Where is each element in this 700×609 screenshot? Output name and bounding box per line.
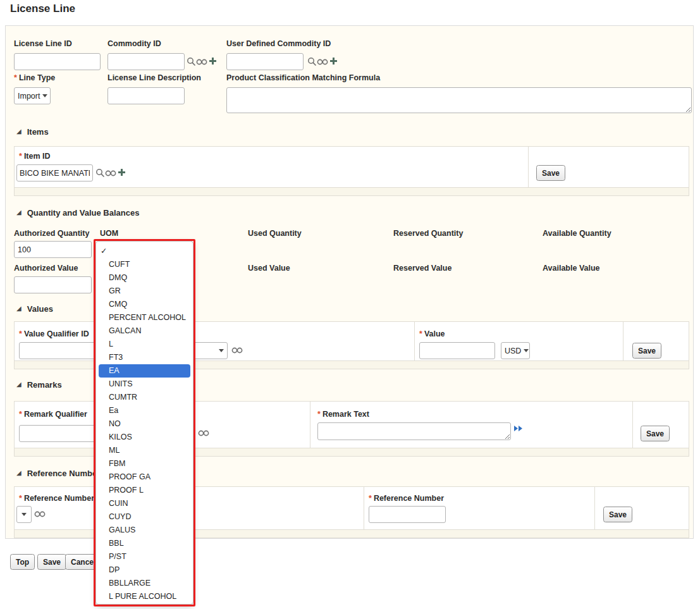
remarks-table-divider bbox=[310, 402, 310, 448]
add-icon[interactable] bbox=[118, 168, 126, 176]
required-icon: * bbox=[317, 410, 321, 419]
authorized-value-label: Authorized Value bbox=[14, 264, 78, 273]
required-icon: * bbox=[19, 410, 22, 419]
reference-number-label: *Reference Number bbox=[369, 494, 444, 503]
remarks-table-divider bbox=[632, 402, 633, 448]
uom-option[interactable]: L PURE ALCOHOL bbox=[96, 590, 193, 603]
value-qualifier-id-label: *Value Qualifier ID bbox=[19, 329, 89, 338]
uom-option[interactable]: GALUS bbox=[96, 524, 193, 537]
used-quantity-label: Used Quantity bbox=[248, 229, 302, 238]
chevron-down-icon bbox=[524, 349, 529, 352]
uom-option[interactable]: BBLLARGE bbox=[96, 577, 193, 590]
binoculars-icon[interactable] bbox=[231, 347, 243, 354]
disclosure-triangle-icon: ◢ bbox=[16, 128, 21, 135]
required-icon: * bbox=[19, 152, 22, 161]
reference-save-button[interactable]: Save bbox=[603, 507, 632, 522]
required-icon: * bbox=[19, 494, 22, 503]
product-classification-formula-textarea[interactable] bbox=[226, 87, 692, 113]
double-arrow-icon[interactable] bbox=[513, 424, 523, 433]
chevron-down-icon bbox=[219, 349, 224, 352]
binoculars-icon[interactable] bbox=[317, 58, 328, 66]
uom-option[interactable]: CUMTR bbox=[96, 391, 193, 404]
uom-option[interactable]: UNITS bbox=[96, 378, 193, 391]
line-type-select[interactable]: Import bbox=[14, 87, 51, 104]
add-icon[interactable] bbox=[209, 57, 217, 65]
uom-option[interactable]: DMQ bbox=[96, 271, 193, 285]
uom-option[interactable]: PROOF L bbox=[96, 484, 193, 497]
top-button[interactable]: Top bbox=[10, 554, 35, 570]
uom-option[interactable]: P/ST bbox=[96, 550, 193, 563]
balances-section-header[interactable]: ◢Quantity and Value Balances bbox=[16, 208, 139, 218]
commodity-id-label: Commodity ID bbox=[107, 39, 161, 48]
line-type-label: *Line Type bbox=[14, 73, 55, 82]
item-id-label: *Item ID bbox=[19, 152, 51, 161]
page-title: License Line bbox=[10, 3, 75, 15]
reference-table-divider bbox=[364, 487, 364, 529]
uom-option[interactable]: KILOS bbox=[96, 431, 193, 444]
available-value-label: Available Value bbox=[543, 264, 600, 273]
values-save-button[interactable]: Save bbox=[632, 343, 661, 359]
uom-option[interactable]: FBM bbox=[96, 457, 193, 471]
license-line-screen: License Line License Line ID Commodity I… bbox=[0, 0, 700, 609]
search-icon[interactable] bbox=[307, 57, 316, 66]
values-section-header[interactable]: ◢Values bbox=[16, 304, 53, 314]
license-line-description-input[interactable] bbox=[107, 87, 185, 104]
add-icon[interactable] bbox=[329, 57, 338, 65]
uom-option[interactable]: GALCAN bbox=[96, 324, 193, 338]
reference-number-qualifier-select[interactable] bbox=[16, 506, 32, 523]
items-save-button[interactable]: Save bbox=[536, 165, 565, 181]
uom-option[interactable]: FT3 bbox=[96, 351, 193, 364]
search-icon[interactable] bbox=[95, 168, 104, 177]
save-button[interactable]: Save bbox=[37, 554, 66, 570]
binoculars-icon[interactable] bbox=[105, 169, 116, 177]
chevron-down-icon bbox=[21, 513, 27, 516]
uom-option[interactable]: DP bbox=[96, 563, 193, 577]
disclosure-triangle-icon: ◢ bbox=[16, 305, 21, 312]
values-table-divider bbox=[414, 322, 415, 360]
uom-option[interactable]: PROOF GA bbox=[96, 471, 193, 484]
uom-option[interactable]: CUIN bbox=[96, 497, 193, 510]
value-input[interactable] bbox=[419, 342, 495, 359]
used-value-label: Used Value bbox=[248, 264, 290, 273]
uom-option[interactable]: ML bbox=[96, 444, 193, 457]
uom-option[interactable]: CUYD bbox=[96, 510, 193, 524]
user-defined-commodity-id-label: User Defined Commodity ID bbox=[226, 39, 331, 48]
uom-option[interactable]: L bbox=[96, 338, 193, 351]
search-icon[interactable] bbox=[187, 57, 195, 66]
remarks-section-header[interactable]: ◢Remarks bbox=[16, 380, 62, 390]
items-section-header[interactable]: ◢Items bbox=[16, 127, 49, 137]
remarks-save-button[interactable]: Save bbox=[641, 426, 670, 441]
uom-option[interactable]: EA bbox=[99, 364, 190, 378]
uom-label: UOM bbox=[100, 229, 118, 238]
uom-option[interactable]: BBL bbox=[96, 537, 193, 550]
reserved-value-label: Reserved Value bbox=[393, 264, 451, 273]
uom-dropdown-list: ✓ CUFT DMQ GR CMQ PERCENT ALCOHOL GALCAN… bbox=[95, 241, 193, 605]
product-classification-formula-label: Product Classification Matching Formula bbox=[226, 73, 380, 82]
binoculars-icon[interactable] bbox=[34, 510, 46, 518]
reserved-quantity-label: Reserved Quantity bbox=[393, 229, 463, 238]
uom-option[interactable]: CMQ bbox=[96, 298, 193, 311]
uom-option[interactable]: NO bbox=[96, 417, 193, 431]
currency-select[interactable]: USD bbox=[501, 342, 530, 359]
binoculars-icon[interactable] bbox=[196, 58, 207, 66]
remark-text-label: *Remark Text bbox=[317, 410, 369, 419]
required-icon: * bbox=[19, 329, 22, 338]
authorized-quantity-input[interactable] bbox=[14, 241, 92, 258]
uom-option[interactable]: PERCENT ALCOHOL bbox=[96, 311, 193, 324]
uom-option[interactable]: CUFT bbox=[96, 258, 193, 271]
available-quantity-label: Available Quantity bbox=[543, 229, 611, 238]
authorized-value-input[interactable] bbox=[14, 276, 92, 293]
required-icon: * bbox=[14, 73, 17, 82]
uom-option-blank[interactable]: ✓ bbox=[96, 243, 193, 258]
uom-option[interactable]: GR bbox=[96, 285, 193, 298]
uom-option[interactable]: Ea bbox=[96, 404, 193, 417]
authorized-quantity-label: Authorized Quantity bbox=[14, 229, 89, 238]
reference-number-input[interactable] bbox=[369, 506, 446, 523]
user-defined-commodity-id-input[interactable] bbox=[226, 53, 304, 70]
item-id-input[interactable] bbox=[16, 164, 93, 181]
reference-numbers-section-header[interactable]: ◢Reference Numbers bbox=[16, 469, 105, 478]
commodity-id-input[interactable] bbox=[107, 53, 185, 70]
binoculars-icon[interactable] bbox=[198, 429, 209, 437]
license-line-id-input[interactable] bbox=[14, 53, 101, 70]
remark-text-textarea[interactable] bbox=[317, 422, 511, 440]
